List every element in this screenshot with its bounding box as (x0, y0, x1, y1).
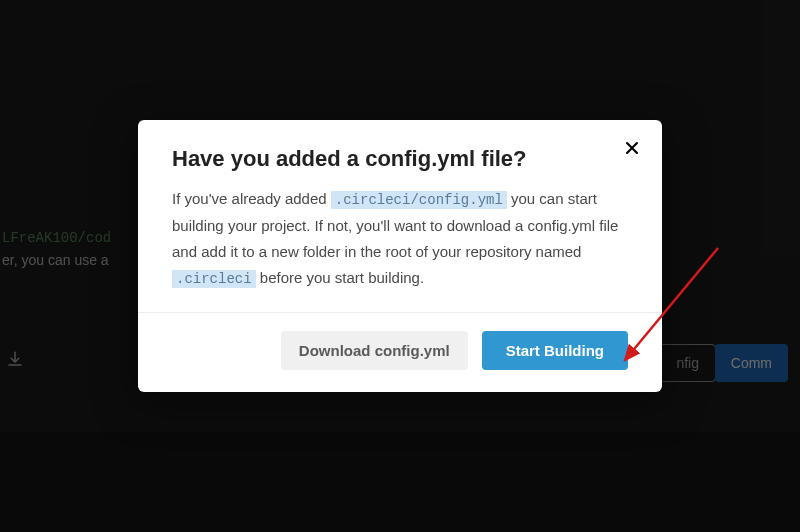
code-path-1: .circleci/config.yml (331, 191, 507, 209)
start-building-button[interactable]: Start Building (482, 331, 628, 370)
modal-description: If you've already added .circleci/config… (172, 186, 628, 292)
modal-footer: Download config.yml Start Building (138, 312, 662, 392)
close-button[interactable] (622, 138, 642, 162)
download-config-button[interactable]: Download config.yml (281, 331, 468, 370)
modal-title: Have you added a config.yml file? (172, 146, 628, 172)
code-path-2: .circleci (172, 270, 256, 288)
close-icon (622, 138, 642, 158)
modal-overlay: Have you added a config.yml file? If you… (0, 0, 800, 532)
config-prompt-modal: Have you added a config.yml file? If you… (138, 120, 662, 392)
